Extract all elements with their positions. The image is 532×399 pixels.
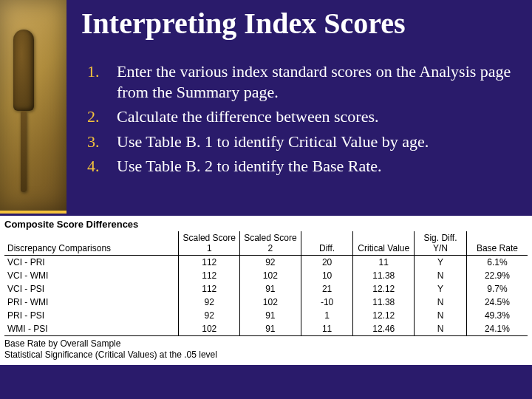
cell-comp: VCI - PRI <box>4 256 179 270</box>
cell-s2: 91 <box>240 309 301 322</box>
list-number: 4. <box>87 156 117 177</box>
cell-br: 22.9% <box>466 269 528 282</box>
cell-s2: 102 <box>240 269 301 282</box>
accent-divider <box>0 211 66 214</box>
cell-cv: 12.12 <box>353 282 415 296</box>
cell-cv: 12.12 <box>353 309 415 322</box>
col-br: Base Rate <box>466 231 528 256</box>
list-item: 1. Enter the various index standard scor… <box>87 61 517 102</box>
cell-cv: 11.38 <box>353 269 415 282</box>
cell-cv: 11 <box>353 256 415 270</box>
cell-diff: 21 <box>301 282 353 296</box>
cell-br: 24.5% <box>466 296 528 309</box>
cell-diff: 10 <box>301 269 353 282</box>
table-footnotes: Base Rate by Overall Sample Statistical … <box>4 338 528 361</box>
col-yn: Sig. Diff. Y/N <box>415 231 467 256</box>
cell-s1: 112 <box>179 282 240 296</box>
cell-br: 49.3% <box>466 309 528 322</box>
numbered-list: 1. Enter the various index standard scor… <box>81 61 517 177</box>
col-diff: Diff. <box>301 231 353 256</box>
list-text: Enter the various index standard scores … <box>117 61 517 102</box>
footnote-line: Statistical Significance (Critical Value… <box>4 349 528 361</box>
table-row: WMI - PSI 102 91 11 12.46 N 24.1% <box>4 322 528 336</box>
col-s2: Scaled Score 2 <box>240 231 301 256</box>
cell-br: 6.1% <box>466 256 528 270</box>
cell-cv: 11.38 <box>353 296 415 309</box>
table-title: Composite Score Differences <box>4 219 528 230</box>
cell-diff: 11 <box>301 322 353 336</box>
footnote-line: Base Rate by Overall Sample <box>4 338 528 349</box>
cell-yn: N <box>415 309 467 322</box>
cell-s1: 112 <box>179 269 240 282</box>
col-cv: Critical Value <box>353 231 415 256</box>
cell-s1: 112 <box>179 256 240 270</box>
list-number: 3. <box>87 132 117 152</box>
cell-comp: PRI - PSI <box>4 309 179 322</box>
cell-s1: 102 <box>179 322 240 336</box>
list-item: 3. Use Table B. 1 to identify Critical V… <box>87 132 517 152</box>
table-row: PRI - PSI 92 91 1 12.12 N 49.3% <box>4 309 528 322</box>
cell-yn: N <box>415 322 467 336</box>
list-text: Use Table B. 1 to identify Critical Valu… <box>117 132 517 152</box>
table-row: VCI - PRI 112 92 20 11 Y 6.1% <box>4 256 528 270</box>
composite-table: Discrepancy Comparisons Scaled Score 1 S… <box>4 231 528 336</box>
cell-br: 9.7% <box>466 282 528 296</box>
composite-table-area: Composite Score Differences Discrepancy … <box>0 216 532 365</box>
slide-content: Interpreting Index Scores 1. Enter the v… <box>81 6 517 181</box>
cell-comp: VCI - PSI <box>4 282 179 296</box>
list-number: 2. <box>87 106 117 127</box>
cell-s1: 92 <box>179 309 240 322</box>
table-header-row: Discrepancy Comparisons Scaled Score 1 S… <box>4 231 528 256</box>
cell-comp: PRI - WMI <box>4 296 179 309</box>
cell-s2: 92 <box>240 256 301 270</box>
col-comp: Discrepancy Comparisons <box>4 231 179 256</box>
list-item: 4. Use Table B. 2 to identify the Base R… <box>87 156 517 177</box>
cell-comp: WMI - PSI <box>4 322 179 336</box>
list-text: Use Table B. 2 to identify the Base Rate… <box>117 156 517 177</box>
cell-yn: Y <box>415 282 467 296</box>
list-number: 1. <box>87 61 117 102</box>
col-s1: Scaled Score 1 <box>179 231 240 256</box>
table-row: VCI - PSI 112 91 21 12.12 Y 9.7% <box>4 282 528 296</box>
cell-yn: Y <box>415 256 467 270</box>
decorative-key-image <box>0 0 66 211</box>
cell-s2: 91 <box>240 282 301 296</box>
page-title: Interpreting Index Scores <box>81 6 517 41</box>
cell-s1: 92 <box>179 296 240 309</box>
cell-br: 24.1% <box>466 322 528 336</box>
list-text: Calculate the difference between scores. <box>117 106 517 127</box>
cell-comp: VCI - WMI <box>4 269 179 282</box>
cell-s2: 91 <box>240 322 301 336</box>
table-row: VCI - WMI 112 102 10 11.38 N 22.9% <box>4 269 528 282</box>
cell-diff: 1 <box>301 309 353 322</box>
cell-diff: -10 <box>301 296 353 309</box>
cell-diff: 20 <box>301 256 353 270</box>
cell-cv: 12.46 <box>353 322 415 336</box>
list-item: 2. Calculate the difference between scor… <box>87 106 517 127</box>
table-row: PRI - WMI 92 102 -10 11.38 N 24.5% <box>4 296 528 309</box>
cell-yn: N <box>415 296 467 309</box>
table-body: VCI - PRI 112 92 20 11 Y 6.1% VCI - WMI … <box>4 256 528 336</box>
cell-s2: 102 <box>240 296 301 309</box>
cell-yn: N <box>415 269 467 282</box>
